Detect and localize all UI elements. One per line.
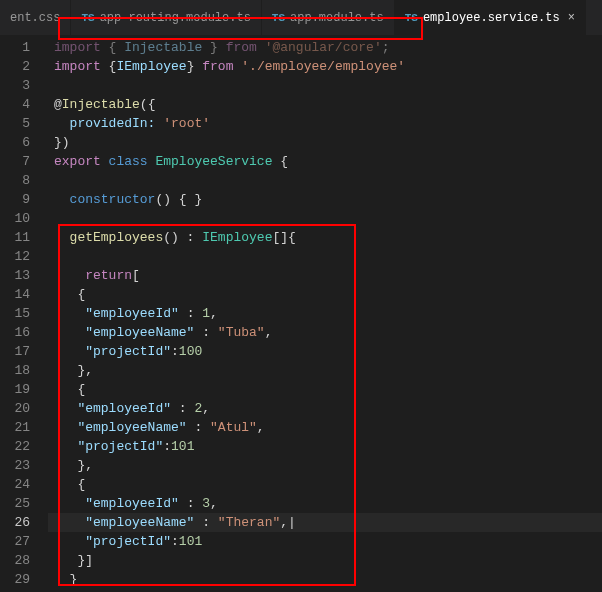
tab-label: app.module.ts [290, 11, 384, 25]
ts-icon: TS [272, 12, 285, 24]
ts-icon: TS [81, 12, 94, 24]
tab-app-routing[interactable]: TS app-routing.module.ts [71, 0, 261, 35]
editor-tabs: ent.css TS app-routing.module.ts TS app.… [0, 0, 602, 35]
tab-employee-service[interactable]: TS employee.service.ts × [395, 0, 586, 35]
code-editor[interactable]: 1234567891011121314151617181920212223242… [0, 35, 602, 589]
close-icon[interactable]: × [568, 11, 575, 25]
line-numbers: 1234567891011121314151617181920212223242… [0, 38, 48, 589]
tab-label: ent.css [10, 11, 60, 25]
ts-icon: TS [405, 12, 418, 24]
code-content[interactable]: import { Injectable } from '@angular/cor… [48, 38, 602, 589]
tab-label: employee.service.ts [423, 11, 560, 25]
current-line: "employeeName" : "Theran",| [48, 513, 602, 532]
tab-app-module[interactable]: TS app.module.ts [262, 0, 395, 35]
tab-ent-css[interactable]: ent.css [0, 0, 71, 35]
tab-label: app-routing.module.ts [100, 11, 251, 25]
